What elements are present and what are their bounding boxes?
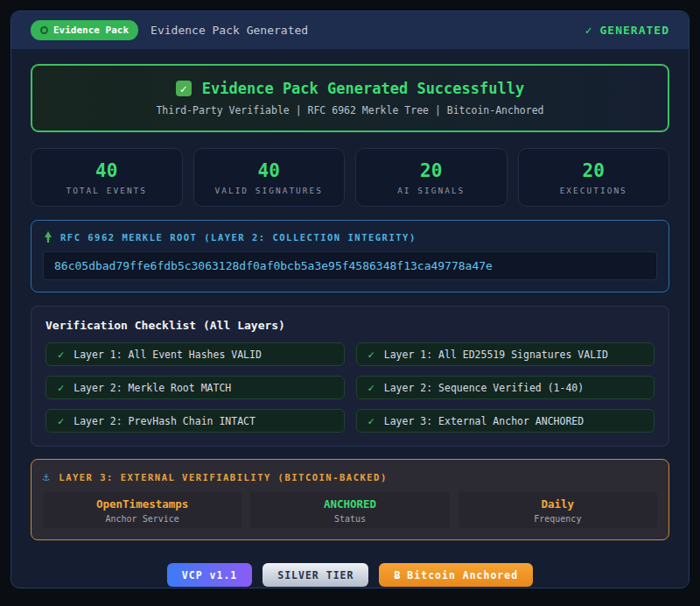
stat-label: EXECUTIONS bbox=[560, 186, 627, 195]
stat-value: 40 bbox=[95, 160, 117, 181]
checklist-item: ✓ Layer 1: All Event Hashes VALID bbox=[46, 342, 345, 366]
merkle-root-hash: 86c05dbad79ffe6fdb5c3063128df0af0bcb5a3e… bbox=[43, 251, 657, 280]
check-icon: ✓ bbox=[368, 415, 374, 427]
stat-value: 20 bbox=[420, 160, 442, 181]
success-banner-title-text: Evidence Pack Generated Successfully bbox=[202, 80, 524, 97]
checklist-item: ✓ Layer 2: PrevHash Chain INTACT bbox=[46, 409, 345, 433]
stat-card-valid-signatures: 40 VALID SIGNATURES bbox=[193, 148, 346, 207]
check-icon: ✓ bbox=[368, 349, 374, 361]
checklist-item-label: Layer 1: All ED25519 Signatures VALID bbox=[384, 349, 608, 361]
layer3-heading: ⚓ LAYER 3: EXTERNAL VERIFIABILITY (BITCO… bbox=[43, 470, 657, 483]
evidence-pack-panel: Evidence Pack Evidence Pack Generated ✓ … bbox=[10, 11, 690, 588]
check-icon: ✓ bbox=[585, 24, 593, 37]
checklist-item-label: Layer 1: All Event Hashes VALID bbox=[74, 349, 262, 361]
stat-card-total-events: 40 TOTAL EVENTS bbox=[31, 148, 183, 207]
layer3-card-label: Frequency bbox=[534, 514, 581, 524]
checklist-item: ✓ Layer 1: All ED25519 Signatures VALID bbox=[356, 342, 655, 366]
checklist-item-label: Layer 2: Sequence Verified (1-40) bbox=[384, 382, 584, 394]
verification-checklist-section: Verification Checklist (All Layers) ✓ La… bbox=[31, 306, 669, 447]
layer3-card-value: OpenTimestamps bbox=[96, 497, 188, 511]
generated-status-badge: ✓ GENERATED bbox=[585, 24, 669, 37]
vcp-version-badge: VCP v1.1 bbox=[167, 563, 252, 587]
anchor-icon: ⚓ bbox=[43, 470, 51, 483]
layer3-card-frequency: Daily Frequency bbox=[458, 492, 657, 528]
header-bar: Evidence Pack Evidence Pack Generated ✓ … bbox=[11, 11, 689, 49]
checklist-item-label: Layer 2: Merkle Root MATCH bbox=[74, 382, 231, 394]
check-icon: ✓ bbox=[58, 382, 64, 394]
tree-icon bbox=[43, 231, 53, 243]
stats-row: 40 TOTAL EVENTS 40 VALID SIGNATURES 20 A… bbox=[31, 148, 669, 207]
check-icon: ✓ bbox=[368, 382, 374, 394]
merkle-root-heading-text: RFC 6962 MERKLE ROOT (LAYER 2: COLLECTIO… bbox=[60, 232, 416, 243]
check-icon: ✓ bbox=[58, 349, 64, 361]
silver-tier-badge: SILVER TIER bbox=[262, 563, 368, 587]
stat-value: 40 bbox=[258, 160, 280, 181]
evidence-pack-badge-label: Evidence Pack bbox=[53, 25, 129, 36]
checklist-grid: ✓ Layer 1: All Event Hashes VALID ✓ Laye… bbox=[46, 342, 654, 433]
success-banner-title: ✓ Evidence Pack Generated Successfully bbox=[176, 80, 524, 97]
checklist-item-label: Layer 3: External Anchor ANCHORED bbox=[384, 415, 584, 427]
stat-value: 20 bbox=[583, 160, 605, 181]
layer3-heading-text: LAYER 3: EXTERNAL VERIFIABILITY (BITCOIN… bbox=[59, 472, 387, 483]
header-title: Evidence Pack Generated bbox=[150, 24, 308, 37]
generated-status-label: GENERATED bbox=[600, 24, 669, 37]
layer3-card-value: Daily bbox=[542, 497, 575, 511]
checklist-item: ✓ Layer 3: External Anchor ANCHORED bbox=[356, 409, 655, 433]
stat-card-ai-signals: 20 AI SIGNALS bbox=[355, 148, 508, 207]
checked-checkbox-icon: ✓ bbox=[176, 81, 192, 96]
record-dot-icon bbox=[40, 26, 48, 34]
layer3-card-status: ANCHORED Status bbox=[250, 492, 449, 528]
bitcoin-anchored-label: Bitcoin Anchored bbox=[407, 569, 518, 581]
success-banner-subtitle: Third-Party Verifiable | RFC 6962 Merkle… bbox=[156, 104, 543, 116]
merkle-root-heading: RFC 6962 MERKLE ROOT (LAYER 2: COLLECTIO… bbox=[43, 231, 657, 243]
stat-label: AI SIGNALS bbox=[397, 186, 465, 195]
bitcoin-icon: Ƀ bbox=[394, 569, 401, 581]
success-banner: ✓ Evidence Pack Generated Successfully T… bbox=[31, 64, 669, 132]
layer3-card-anchor-service: OpenTimestamps Anchor Service bbox=[43, 492, 242, 528]
checklist-heading: Verification Checklist (All Layers) bbox=[46, 319, 654, 332]
check-icon: ✓ bbox=[58, 415, 64, 427]
checklist-item: ✓ Layer 2: Sequence Verified (1-40) bbox=[356, 376, 655, 399]
layer3-card-label: Anchor Service bbox=[106, 514, 179, 524]
layer3-card-value: ANCHORED bbox=[324, 497, 376, 511]
layer3-section: ⚓ LAYER 3: EXTERNAL VERIFIABILITY (BITCO… bbox=[31, 459, 669, 540]
stat-label: TOTAL EVENTS bbox=[66, 186, 147, 195]
footer-badges-row: VCP v1.1 SILVER TIER Ƀ Bitcoin Anchored bbox=[31, 563, 669, 587]
content-area: ✓ Evidence Pack Generated Successfully T… bbox=[11, 49, 689, 587]
layer3-grid: OpenTimestamps Anchor Service ANCHORED S… bbox=[43, 492, 657, 528]
checklist-item: ✓ Layer 2: Merkle Root MATCH bbox=[46, 376, 345, 399]
merkle-root-section: RFC 6962 MERKLE ROOT (LAYER 2: COLLECTIO… bbox=[31, 220, 669, 292]
checklist-item-label: Layer 2: PrevHash Chain INTACT bbox=[74, 415, 256, 427]
stat-card-executions: 20 EXECUTIONS bbox=[518, 148, 670, 207]
stat-label: VALID SIGNATURES bbox=[214, 186, 323, 195]
evidence-pack-badge: Evidence Pack bbox=[31, 20, 138, 40]
bitcoin-anchored-badge: Ƀ Bitcoin Anchored bbox=[379, 563, 533, 587]
layer3-card-label: Status bbox=[334, 514, 366, 524]
